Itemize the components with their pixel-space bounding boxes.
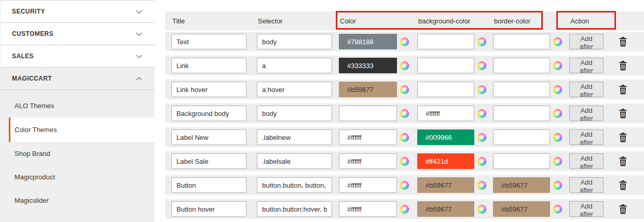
background-color-input[interactable] (417, 177, 474, 193)
title-input[interactable] (171, 82, 246, 97)
color-input[interactable] (339, 58, 397, 73)
trash-icon (619, 88, 627, 96)
delete-row-button[interactable] (619, 204, 627, 214)
sidebar-item-magicproduct[interactable]: Magicproduct (1, 165, 155, 189)
color-wheel-icon[interactable] (477, 37, 486, 46)
delete-row-button[interactable] (619, 133, 627, 142)
add-after-button[interactable]: Add after (569, 106, 604, 121)
background-color-input[interactable] (417, 129, 474, 145)
delete-row-button[interactable] (619, 109, 627, 119)
trash-icon (619, 136, 627, 144)
background-color-input[interactable] (417, 82, 474, 97)
color-wheel-icon[interactable] (553, 85, 562, 94)
title-input[interactable] (171, 177, 246, 193)
color-input[interactable] (339, 34, 397, 49)
delete-row-button[interactable] (619, 61, 627, 71)
add-after-button[interactable]: Add after (569, 201, 604, 217)
border-color-input[interactable] (493, 153, 550, 169)
background-color-input[interactable] (417, 106, 474, 121)
selector-input[interactable] (257, 153, 332, 169)
color-wheel-icon[interactable] (477, 133, 486, 142)
color-input[interactable] (339, 177, 397, 193)
color-input[interactable] (339, 129, 397, 145)
border-color-input[interactable] (493, 129, 550, 145)
title-input[interactable] (171, 153, 246, 169)
trash-icon (619, 64, 627, 72)
header-color: Color (340, 17, 410, 25)
color-wheel-icon[interactable] (553, 157, 562, 166)
table-row: Add after (165, 151, 644, 171)
color-input[interactable] (339, 153, 397, 169)
selector-input[interactable] (257, 201, 332, 217)
color-input[interactable] (339, 201, 397, 217)
color-wheel-icon[interactable] (400, 133, 409, 142)
color-input[interactable] (339, 82, 397, 97)
sidebar-item-alo-themes[interactable]: ALO Themes (1, 94, 155, 117)
color-wheel-icon[interactable] (553, 37, 562, 46)
selector-input[interactable] (257, 58, 332, 73)
add-after-button[interactable]: Add after (569, 153, 604, 169)
delete-row-button[interactable] (619, 156, 627, 166)
color-wheel-icon[interactable] (400, 205, 409, 214)
color-wheel-icon[interactable] (477, 85, 486, 94)
border-color-input[interactable] (493, 82, 550, 97)
color-wheel-icon[interactable] (400, 181, 409, 190)
background-color-input[interactable] (417, 153, 474, 169)
color-wheel-icon[interactable] (553, 181, 562, 190)
color-wheel-icon[interactable] (553, 61, 562, 70)
selector-input[interactable] (257, 34, 332, 49)
border-color-input[interactable] (493, 58, 550, 73)
table-row: Add after (165, 127, 644, 147)
add-after-button[interactable]: Add after (569, 82, 604, 97)
add-after-button[interactable]: Add after (569, 177, 604, 193)
sidebar-section-security[interactable]: SECURITY (1, 1, 155, 23)
table-row: Add after (165, 32, 644, 51)
color-wheel-icon[interactable] (553, 205, 562, 214)
title-input[interactable] (171, 106, 246, 121)
sidebar-section-customers[interactable]: CUSTOMERS (1, 23, 155, 45)
border-color-input[interactable] (493, 177, 550, 193)
add-after-button[interactable]: Add after (569, 34, 604, 49)
sidebar-section-magiccart[interactable]: MAGICCART (1, 68, 155, 90)
color-wheel-icon[interactable] (400, 157, 409, 166)
sidebar-section-sales[interactable]: SALES (1, 45, 155, 68)
table-row: Add after (165, 175, 644, 195)
color-wheel-icon[interactable] (400, 61, 409, 70)
border-color-input[interactable] (493, 34, 550, 49)
color-wheel-icon[interactable] (400, 109, 409, 118)
title-input[interactable] (171, 58, 246, 73)
color-wheel-icon[interactable] (477, 109, 486, 118)
sidebar-item-color-themes[interactable]: Color Themes (9, 117, 155, 142)
background-color-input[interactable] (417, 34, 474, 49)
title-input[interactable] (171, 129, 246, 145)
color-wheel-icon[interactable] (553, 109, 562, 118)
title-input[interactable] (171, 34, 246, 49)
color-wheel-icon[interactable] (477, 61, 486, 70)
background-color-input[interactable] (417, 58, 474, 73)
color-input[interactable] (339, 106, 397, 121)
color-wheel-icon[interactable] (477, 181, 486, 190)
table-header-row: Title Selector Color background-color bo… (165, 11, 644, 30)
add-after-button[interactable]: Add after (569, 129, 604, 145)
background-color-input[interactable] (417, 201, 474, 217)
sidebar-item-magicslider[interactable]: Magicslider (1, 189, 155, 212)
delete-row-button[interactable] (619, 85, 627, 95)
color-themes-table: Title Selector Color background-color bo… (165, 11, 644, 222)
selector-input[interactable] (257, 129, 332, 145)
color-wheel-icon[interactable] (400, 85, 409, 94)
color-wheel-icon[interactable] (553, 133, 562, 142)
title-input[interactable] (171, 201, 246, 217)
color-wheel-icon[interactable] (477, 157, 486, 166)
selector-input[interactable] (257, 106, 332, 121)
color-wheel-icon[interactable] (400, 37, 409, 46)
selector-input[interactable] (257, 82, 332, 97)
sidebar-item-shop-brand[interactable]: Shop Brand (1, 142, 155, 165)
color-wheel-icon[interactable] (477, 205, 486, 214)
header-background-color: background-color (418, 17, 487, 25)
delete-row-button[interactable] (619, 180, 627, 190)
add-after-button[interactable]: Add after (569, 58, 604, 73)
border-color-input[interactable] (493, 106, 550, 121)
delete-row-button[interactable] (619, 37, 627, 47)
border-color-input[interactable] (493, 201, 550, 217)
selector-input[interactable] (257, 177, 332, 193)
